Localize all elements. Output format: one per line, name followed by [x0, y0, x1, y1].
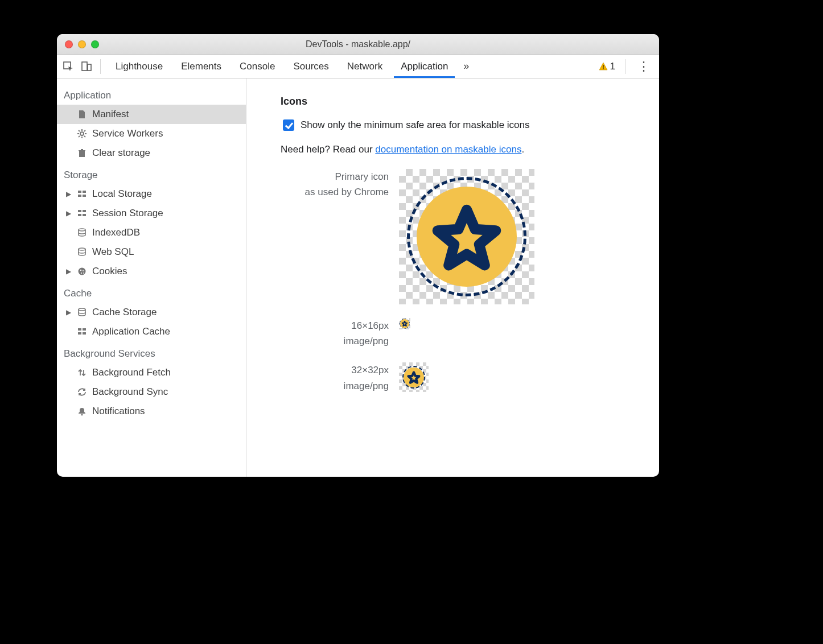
svg-rect-19 [83, 210, 86, 212]
star-icon [432, 204, 501, 274]
warnings-indicator[interactable]: 1 [594, 61, 620, 72]
sidebar-item-application-cache[interactable]: Application Cache [57, 322, 246, 341]
svg-point-5 [80, 132, 84, 135]
sidebar-item-label: Clear storage [92, 147, 150, 159]
database-icon [76, 308, 88, 317]
sidebar[interactable]: ApplicationManifestService WorkersClear … [57, 79, 246, 477]
warning-icon [599, 62, 608, 71]
svg-point-34 [81, 414, 83, 416]
sidebar-item-label: Notifications [92, 406, 145, 417]
svg-line-12 [79, 136, 80, 137]
tab-application[interactable]: Application [392, 55, 457, 78]
tab-network[interactable]: Network [338, 55, 392, 78]
traffic-lights [65, 40, 99, 48]
sidebar-item-indexeddb[interactable]: IndexedDB [57, 223, 246, 242]
main-panel[interactable]: Icons Show only the minimum safe area fo… [246, 79, 659, 477]
sidebar-item-label: Application Cache [92, 326, 170, 337]
help-suffix: . [521, 144, 524, 155]
sidebar-item-service-workers[interactable]: Service Workers [57, 124, 246, 143]
help-link[interactable]: documentation on maskable icons [375, 144, 521, 155]
sidebar-item-clear-storage[interactable]: Clear storage [57, 143, 246, 163]
svg-point-29 [79, 308, 85, 311]
close-button[interactable] [65, 40, 73, 48]
grid-icon [76, 327, 88, 336]
sidebar-section-title: Background Services [64, 348, 246, 360]
svg-rect-30 [78, 328, 81, 331]
sidebar-item-web-sql[interactable]: Web SQL [57, 242, 246, 262]
sync-icon [76, 387, 88, 397]
tab-console[interactable]: Console [231, 55, 284, 78]
svg-rect-3 [603, 65, 604, 68]
minimize-button[interactable] [78, 40, 86, 48]
sidebar-item-label: IndexedDB [92, 227, 140, 238]
disclosure-triangle-icon[interactable]: ▶ [66, 209, 73, 217]
warning-count: 1 [610, 61, 615, 72]
disclosure-triangle-icon[interactable]: ▶ [66, 190, 73, 198]
sidebar-item-label: Session Storage [92, 208, 163, 219]
sidebar-section-title: Storage [64, 170, 246, 181]
separator [100, 59, 101, 74]
svg-point-28 [83, 273, 84, 274]
safe-area-checkbox[interactable] [283, 119, 294, 131]
kebab-menu[interactable]: ⋮ [632, 59, 656, 74]
sidebar-item-label: Service Workers [92, 128, 163, 139]
svg-rect-33 [83, 332, 86, 335]
primary-icon-row: Primary icon as used by Chrome [281, 169, 649, 304]
zoom-button[interactable] [91, 40, 99, 48]
svg-point-22 [79, 229, 85, 231]
sidebar-item-background-sync[interactable]: Background Sync [57, 382, 246, 402]
svg-point-25 [80, 270, 81, 271]
svg-line-13 [84, 130, 85, 131]
bell-icon [76, 407, 88, 416]
svg-point-26 [83, 270, 84, 271]
sidebar-item-label: Background Sync [92, 386, 168, 398]
window-title: DevTools - maskable.app/ [306, 39, 410, 49]
svg-rect-20 [78, 214, 81, 216]
icon-label-16: 16×16px image/png [281, 318, 389, 349]
sidebar-item-notifications[interactable]: Notifications [57, 402, 246, 421]
database-icon [76, 228, 88, 237]
sidebar-item-local-storage[interactable]: ▶Local Storage [57, 184, 246, 204]
svg-rect-2 [88, 64, 91, 71]
tab-lighthouse[interactable]: Lighthouse [106, 55, 172, 78]
icon-preview-16 [399, 318, 410, 329]
sidebar-section-title: Application [64, 90, 246, 101]
svg-rect-15 [83, 191, 86, 193]
primary-icon-label: Primary icon as used by Chrome [281, 169, 389, 200]
star-icon [402, 321, 408, 327]
sidebar-item-label: Web SQL [92, 246, 134, 258]
titlebar: DevTools - maskable.app/ [57, 34, 659, 55]
disclosure-triangle-icon[interactable]: ▶ [66, 267, 73, 275]
tab-sources[interactable]: Sources [284, 55, 338, 78]
sidebar-item-label: Cookies [92, 266, 127, 277]
inspect-element-icon[interactable] [60, 59, 76, 75]
svg-rect-31 [83, 328, 86, 331]
icon-label-32: 32×32px image/png [281, 362, 389, 393]
device-toolbar-icon[interactable] [79, 59, 94, 75]
sidebar-item-manifest[interactable]: Manifest [57, 105, 246, 124]
svg-point-24 [79, 268, 86, 275]
sidebar-item-cookies[interactable]: ▶Cookies [57, 262, 246, 281]
safe-area-checkbox-label: Show only the minimum safe area for mask… [301, 119, 530, 131]
more-tabs-button[interactable]: » [459, 60, 473, 72]
grid-icon [76, 209, 88, 218]
trash-icon [76, 148, 88, 158]
help-text: Need help? Read our documentation on mas… [281, 144, 649, 155]
devtools-window: DevTools - maskable.app/ Lighthouse Elem… [57, 34, 659, 477]
toolbar: Lighthouse Elements Console Sources Netw… [57, 55, 659, 79]
sidebar-item-cache-storage[interactable]: ▶Cache Storage [57, 303, 246, 322]
svg-rect-16 [78, 195, 81, 197]
section-heading-icons: Icons [281, 96, 649, 108]
disclosure-triangle-icon[interactable]: ▶ [66, 308, 73, 316]
tab-elements[interactable]: Elements [172, 55, 231, 78]
svg-line-10 [79, 130, 80, 131]
database-icon [76, 247, 88, 257]
sidebar-item-session-storage[interactable]: ▶Session Storage [57, 204, 246, 223]
file-icon [76, 110, 88, 119]
updown-icon [76, 368, 88, 377]
sidebar-item-background-fetch[interactable]: Background Fetch [57, 363, 246, 382]
safe-area-checkbox-row: Show only the minimum safe area for mask… [281, 118, 649, 133]
cookie-icon [76, 267, 88, 276]
sidebar-item-label: Background Fetch [92, 367, 171, 378]
grid-icon [76, 189, 88, 199]
